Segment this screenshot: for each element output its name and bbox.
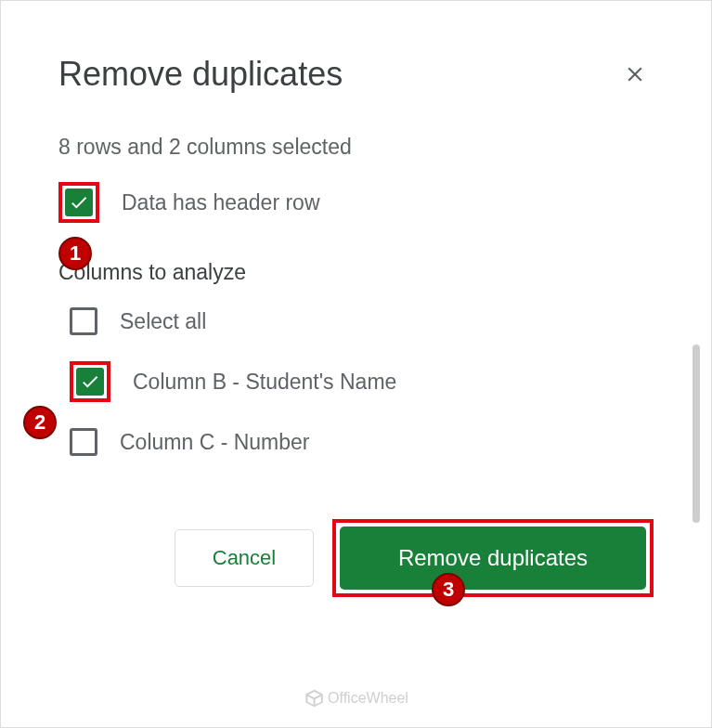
- column-option-c: Column C - Number: [70, 428, 654, 456]
- selection-info: 8 rows and 2 columns selected: [58, 135, 654, 160]
- columns-section-title: Columns to analyze: [58, 260, 654, 285]
- close-icon: [623, 62, 647, 86]
- close-button[interactable]: [616, 56, 654, 93]
- remove-duplicates-button[interactable]: Remove duplicates: [340, 526, 646, 590]
- scrollbar[interactable]: [693, 344, 700, 523]
- annotation-highlight-2: [70, 361, 110, 402]
- annotation-callout-2: 2: [23, 406, 57, 439]
- watermark-text: OfficeWheel: [328, 690, 408, 707]
- annotation-highlight-1: [58, 182, 99, 223]
- column-b-label: Column B - Student's Name: [133, 370, 396, 395]
- annotation-callout-3: 3: [432, 573, 465, 606]
- remove-duplicates-dialog: Remove duplicates 8 rows and 2 columns s…: [14, 14, 698, 714]
- watermark: OfficeWheel: [304, 688, 408, 708]
- select-all-checkbox[interactable]: [70, 307, 97, 335]
- annotation-highlight-3: Remove duplicates: [332, 519, 654, 597]
- column-option-b: Column B - Student's Name: [70, 361, 654, 402]
- column-c-label: Column C - Number: [120, 430, 310, 455]
- header-row-checkbox[interactable]: [65, 188, 93, 216]
- header-row-option: Data has header row: [58, 182, 654, 223]
- watermark-icon: [304, 688, 324, 708]
- checkmark-icon: [69, 192, 89, 213]
- cancel-button[interactable]: Cancel: [175, 529, 314, 587]
- column-b-checkbox[interactable]: [76, 368, 104, 396]
- annotation-callout-1: 1: [58, 237, 92, 270]
- select-all-option: Select all: [70, 307, 654, 335]
- select-all-label: Select all: [120, 309, 206, 334]
- dialog-title: Remove duplicates: [58, 55, 343, 94]
- header-row-label: Data has header row: [122, 190, 320, 215]
- dialog-footer: Cancel Remove duplicates: [58, 519, 654, 597]
- checkmark-icon: [80, 371, 100, 392]
- column-c-checkbox[interactable]: [70, 428, 97, 456]
- dialog-header: Remove duplicates: [58, 55, 654, 94]
- columns-list: Select all Column B - Student's Name Col…: [58, 307, 654, 456]
